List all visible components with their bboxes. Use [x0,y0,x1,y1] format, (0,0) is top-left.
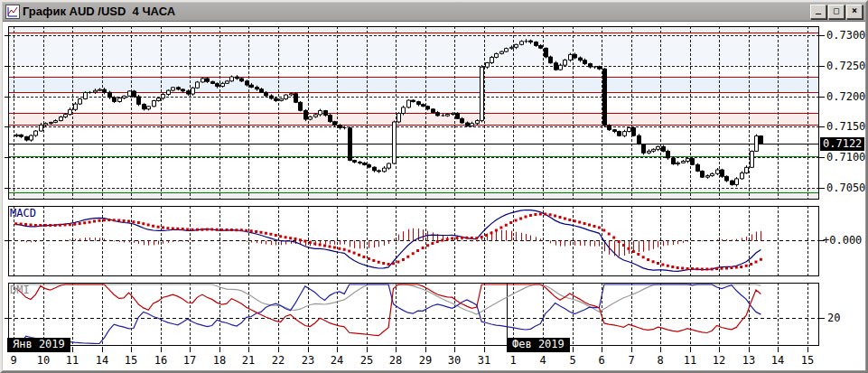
date-label: 21 [237,354,260,367]
date-label: 24 [325,354,349,367]
price-tick-label: 0.7050 [826,182,865,194]
date-label: 29 [414,354,437,367]
date-label: 23 [296,354,320,367]
price-chart-canvas[interactable] [0,0,868,373]
resistance-zone-band [8,77,819,92]
titlebar[interactable]: График AUD /USD 4 ЧАСА _ □ × [2,2,866,22]
date-label: 14 [766,354,789,367]
gridlines [8,26,819,346]
band-below-channel [8,188,819,200]
month-label-feb: Фев 2019 [507,338,570,352]
price-tick-label: 0.7200 [826,90,865,103]
date-label: 9 [2,354,25,367]
chart-icon [5,5,20,19]
date-label: 8 [649,354,672,367]
date-label: 12 [707,354,731,367]
band-above-channel [8,26,819,35]
month-label-jan: Янв 2019 [7,338,70,352]
macd-histogram [17,228,761,256]
date-label: 31 [472,354,496,367]
dmi-panel-plot [8,283,819,351]
date-label: 7 [620,354,643,367]
macd-panel-plot [8,210,819,272]
date-label: 11 [61,354,84,367]
date-label: 15 [119,354,143,367]
date-label: 5 [561,354,584,367]
date-label: 15 [796,354,819,367]
frame-dmi [9,284,819,346]
date-label: 28 [384,354,407,367]
date-label: 10 [32,354,55,367]
date-label: 14 [90,354,114,367]
date-label: 11 [678,354,702,367]
date-label: 4 [531,354,555,367]
date-label: 25 [355,354,378,367]
date-label: 22 [266,354,290,367]
window-title: График AUD /USD 4 ЧАСА [23,5,175,18]
chart-window: График AUD /USD 4 ЧАСА _ □ × MACD DMI +0… [0,0,868,373]
panel-frames [9,27,819,346]
macd-zero-label: +0.000 [823,234,862,247]
close-button[interactable]: × [846,5,863,19]
macd-label: MACD [10,207,36,219]
date-label: 17 [178,354,201,367]
price-tick-label: 0.7100 [826,151,865,163]
resistance-zone-band [8,113,819,126]
date-label: 13 [737,354,761,367]
current-price-badge: 0.7122 [820,137,864,151]
date-label: 16 [149,354,173,367]
dmi-level-label: 20 [827,312,840,324]
adx-line [16,284,761,314]
date-label: 1 [501,354,525,367]
price-tick-label: 0.7250 [826,60,865,72]
band-upper [8,35,819,66]
price-tick-label: 0.7300 [826,29,865,42]
date-label: 18 [208,354,231,367]
minimize-button[interactable]: _ [810,5,826,19]
date-label: 30 [443,354,466,367]
date-label: 6 [590,354,613,367]
maximize-button[interactable]: □ [828,5,845,19]
price-tick-label: 0.7150 [826,120,865,133]
dmi-label: DMI [10,284,30,296]
